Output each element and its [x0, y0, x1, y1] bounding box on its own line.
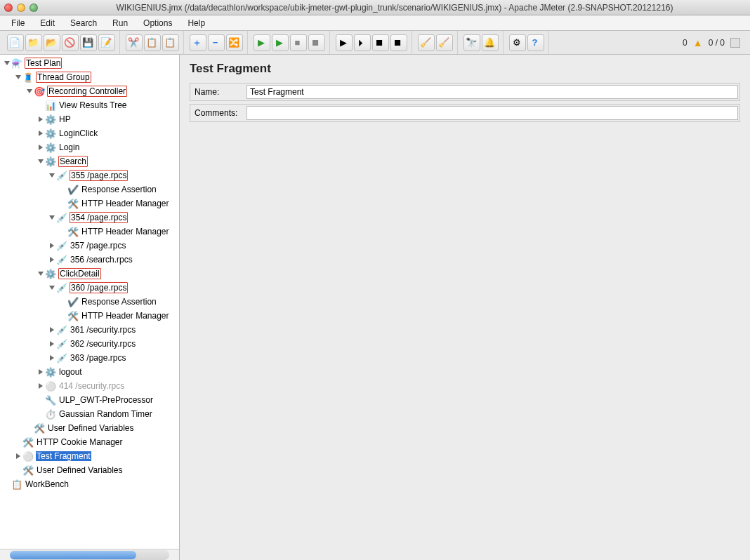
name-input[interactable] — [246, 85, 738, 99]
start-no-pause-button[interactable]: ▶ — [272, 34, 289, 51]
file-icon: 📄 — [9, 37, 20, 48]
function-helper-button[interactable]: ⚙ — [509, 34, 526, 51]
close-button[interactable]: 🚫 — [62, 34, 79, 51]
tree-node-login[interactable]: ⚙️ Login — [0, 140, 179, 154]
reset-search-button[interactable]: 🔔 — [482, 34, 499, 51]
tree-node-hp[interactable]: ⚙️ HP — [0, 112, 179, 126]
comments-input[interactable] — [246, 106, 738, 120]
expand-button[interactable]: ＋ — [190, 34, 206, 51]
tree-node-354[interactable]: 💉 354 /page.rpcs — [0, 211, 179, 225]
tree-node-360[interactable]: 💉 360 /page.rpcs — [0, 281, 179, 295]
disclosure-icon[interactable] — [49, 173, 55, 178]
disclosure-icon[interactable] — [50, 355, 54, 361]
disclosure-icon[interactable] — [39, 116, 43, 122]
horizontal-scrollbar[interactable] — [0, 549, 179, 560]
disclosure-icon[interactable] — [39, 369, 43, 375]
tree-node-test-plan[interactable]: ⚗️ Test Plan — [0, 56, 179, 70]
disclosure-icon[interactable] — [39, 131, 43, 136]
tree-node-thread-group[interactable]: 🧵 Thread Group — [0, 70, 179, 84]
clear-button[interactable]: 🧹 — [418, 34, 435, 51]
start-button[interactable]: ▶ — [254, 34, 270, 51]
workbench-icon: 📋 — [11, 479, 22, 490]
scroll-thumb[interactable] — [10, 551, 136, 559]
tree-node-356[interactable]: 💉 356 /search.rpcs — [0, 253, 179, 267]
open-button[interactable]: 📂 — [44, 34, 60, 51]
remote-start-button[interactable]: ▶ — [336, 34, 353, 51]
disclosure-icon[interactable] — [39, 145, 43, 150]
tree-node-355[interactable]: 💉 355 /page.rpcs — [0, 168, 179, 182]
disclosure-icon[interactable] — [50, 257, 54, 262]
disclosure-icon[interactable] — [49, 215, 55, 220]
tree-node-resp-assert-1[interactable]: ✔️ Response Assertion — [0, 182, 179, 196]
tree-node-udv1[interactable]: 🛠️ User Defined Variables — [0, 421, 179, 435]
tree-node-414[interactable]: ⚪ 414 /security.rpcs — [0, 379, 179, 393]
tree-node-357[interactable]: 💉 357 /page.rpcs — [0, 239, 179, 253]
save-button[interactable]: 💾 — [80, 34, 97, 51]
save-as-button[interactable]: 📝 — [98, 34, 115, 51]
tree-node-loginclick[interactable]: ⚙️ LoginClick — [0, 126, 179, 140]
disclosure-icon[interactable] — [16, 453, 20, 459]
broom-all-icon: 🧹 — [438, 37, 449, 48]
disclosure-icon[interactable] — [39, 383, 43, 389]
tree-node-cookie-mgr[interactable]: 🛠️ HTTP Cookie Manager — [0, 435, 179, 449]
tree-node-363[interactable]: 💉 363 /page.rpcs — [0, 351, 179, 365]
tree-node-clickdetail[interactable]: ⚙️ ClickDetail — [0, 267, 179, 281]
menu-file[interactable]: File — [4, 17, 32, 29]
menu-run[interactable]: Run — [105, 17, 135, 29]
tree-node-view-results[interactable]: 📊 View Results Tree — [0, 98, 179, 112]
tree-node-recording-controller[interactable]: 🎯 Recording Controller — [0, 84, 179, 98]
disclosure-icon[interactable] — [38, 272, 44, 276]
templates-button[interactable]: 📁 — [25, 34, 42, 51]
disclosure-icon[interactable] — [50, 341, 54, 347]
copy-button[interactable]: 📋 — [144, 34, 161, 51]
tree-node-gaussian-timer[interactable]: ⏱️ Gaussian Random Timer — [0, 407, 179, 421]
play-nopause-icon: ▶ — [274, 37, 285, 48]
tree-node-362[interactable]: 💉 362 /security.rpcs — [0, 337, 179, 351]
test-plan-tree[interactable]: ⚗️ Test Plan 🧵 Thread Group 🎯 Recording … — [0, 55, 179, 549]
tree-node-search[interactable]: ⚙️ Search — [0, 154, 179, 168]
panel-title: Test Fragment — [190, 62, 740, 76]
collapse-button[interactable]: − — [208, 34, 225, 51]
disclosure-icon[interactable] — [50, 327, 54, 333]
disclosure-icon[interactable] — [38, 159, 44, 164]
disclosure-icon[interactable] — [49, 286, 55, 290]
stop-button[interactable]: ■ — [290, 34, 307, 51]
remote-stop-button[interactable]: ⏹ — [372, 34, 389, 51]
remote-start-all-button[interactable]: ⏵ — [354, 34, 371, 51]
menu-options[interactable]: Options — [136, 17, 179, 29]
menu-help[interactable]: Help — [180, 17, 212, 29]
clear-all-button[interactable]: 🧹 — [436, 34, 453, 51]
zoom-window-button[interactable] — [29, 4, 38, 12]
menu-edit[interactable]: Edit — [33, 17, 62, 29]
tree-node-udv2[interactable]: 🛠️ User Defined Variables — [0, 463, 179, 477]
new-button[interactable]: 📄 — [7, 34, 24, 51]
paste-button[interactable]: 📋 — [162, 34, 179, 51]
node-label: Recording Controller — [47, 86, 127, 97]
sampler-icon: 💉 — [56, 170, 67, 181]
help-button[interactable]: ? — [527, 34, 544, 51]
tree-node-http-hdr-1[interactable]: 🛠️ HTTP Header Manager — [0, 196, 179, 211]
menu-search[interactable]: Search — [63, 17, 104, 29]
tree-node-resp-assert-2[interactable]: ✔️ Response Assertion — [0, 295, 179, 309]
tree-node-361[interactable]: 💉 361 /security.rpcs — [0, 323, 179, 337]
toggle-button[interactable]: 🔀 — [226, 34, 243, 51]
shutdown-button[interactable]: ⏹ — [308, 34, 325, 51]
tree-node-logout[interactable]: ⚙️ logout — [0, 365, 179, 379]
search-tree-button[interactable]: 🔭 — [463, 34, 480, 51]
minimize-window-button[interactable] — [17, 4, 25, 12]
disclosure-icon[interactable] — [50, 243, 54, 248]
disclosure-icon[interactable] — [15, 75, 21, 79]
tree-node-http-hdr-3[interactable]: 🛠️ HTTP Header Manager — [0, 309, 179, 323]
tree-node-ulp-gwt[interactable]: 🔧 ULP_GWT-PreProcessor — [0, 393, 179, 407]
error-count: 0 — [683, 38, 688, 48]
tree-node-workbench[interactable]: 📋 WorkBench — [0, 477, 179, 491]
node-label: 355 /page.rpcs — [70, 170, 128, 181]
remote-stop-all-button[interactable]: ⏹ — [390, 34, 407, 51]
cut-button[interactable]: ✂️ — [126, 34, 143, 51]
node-label: Thread Group — [36, 72, 91, 83]
disclosure-icon[interactable] — [27, 89, 32, 93]
tree-node-test-fragment[interactable]: ⚪ Test Fragment — [0, 449, 179, 463]
disclosure-icon[interactable] — [4, 61, 10, 65]
tree-node-http-hdr-2[interactable]: 🛠️ HTTP Header Manager — [0, 225, 179, 239]
close-window-button[interactable] — [4, 4, 13, 12]
